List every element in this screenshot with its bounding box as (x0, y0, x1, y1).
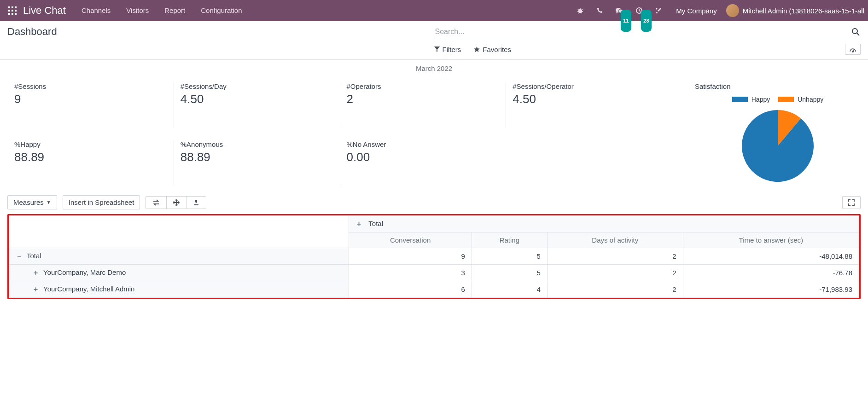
pivot-row-header[interactable]: ＋YourCompany, Mitchell Admin (9, 281, 349, 298)
menu-visitors[interactable]: Visitors (119, 0, 156, 21)
svg-point-13 (852, 29, 857, 34)
page-title: Dashboard (7, 26, 434, 38)
tools-icon[interactable] (650, 7, 667, 14)
measures-label: Measures (13, 198, 44, 206)
pivot-col-group[interactable]: ＋ Total (349, 216, 859, 232)
search-icon[interactable] (848, 28, 860, 36)
caret-down-icon: ▼ (47, 200, 51, 205)
card-value: 88.89 (181, 150, 330, 164)
dashboard-view-button[interactable] (845, 44, 861, 55)
svg-rect-0 (8, 6, 10, 8)
plus-icon: ＋ (355, 220, 362, 228)
pivot-cell: 2 (547, 248, 683, 265)
company-selector[interactable]: My Company (670, 7, 723, 15)
metric-cards: #Sessions 9 #Sessions/Day 4.50 #Operator… (7, 82, 687, 185)
favorites-label: Favorites (483, 46, 511, 53)
card-label: %No Answer (347, 140, 496, 148)
card-value: 4.50 (513, 92, 662, 106)
minus-icon: － (16, 252, 22, 261)
chart-legend: Happy Unhappy (695, 96, 861, 103)
plus-icon: ＋ (32, 285, 39, 294)
pivot-col-group-label: Total (368, 220, 383, 227)
menu-configuration[interactable]: Configuration (193, 0, 249, 21)
flip-axis-button[interactable] (146, 196, 167, 209)
fullscreen-button[interactable] (842, 196, 861, 209)
menu-channels[interactable]: Channels (74, 0, 118, 21)
card-pct-anonymous: %Anonymous 88.89 (174, 140, 336, 186)
pivot-toolbar: Measures ▼ Insert in Spreadsheet (0, 189, 868, 214)
main-menu: Channels Visitors Report Configuration (74, 0, 250, 21)
activities-icon[interactable]: 28 (631, 7, 647, 14)
app-brand[interactable]: Live Chat (21, 5, 74, 17)
card-value: 9 (14, 92, 163, 106)
card-value: 0.00 (347, 150, 496, 164)
card-pct-no-answer: %No Answer 0.00 (340, 140, 502, 186)
measures-button[interactable]: Measures ▼ (7, 195, 57, 209)
card-sessions: #Sessions 9 (7, 82, 170, 128)
satisfaction-title: Satisfaction (695, 82, 861, 90)
card-sessions-per-day: #Sessions/Day 4.50 (174, 82, 336, 128)
star-icon (474, 46, 480, 52)
legend-swatch (778, 97, 794, 102)
phone-icon[interactable] (591, 7, 608, 14)
card-value: 2 (347, 92, 496, 106)
filter-icon (434, 46, 440, 52)
pivot-table: ＋ Total Conversation Rating Days of acti… (9, 215, 859, 298)
legend-label: Unhappy (798, 96, 823, 103)
svg-rect-2 (15, 6, 17, 8)
filters-button[interactable]: Filters (434, 46, 461, 53)
card-label: #Sessions/Operator (513, 82, 662, 90)
card-value: 4.50 (181, 92, 330, 106)
legend-item-unhappy[interactable]: Unhappy (778, 96, 823, 103)
user-menu[interactable]: Mitchell Admin (13818026-saas-15-1-all (726, 4, 864, 17)
pivot-corner (9, 216, 349, 248)
card-operators: #Operators 2 (340, 82, 502, 128)
pivot-cell: -48,014.88 (683, 248, 859, 265)
satisfaction-panel: Satisfaction Happy Unhappy (690, 82, 861, 185)
metrics: #Sessions 9 #Sessions/Day 4.50 #Operator… (0, 74, 868, 189)
pivot-col-header[interactable]: Rating (472, 232, 547, 248)
satisfaction-pie-chart (739, 107, 817, 185)
expand-all-button[interactable] (166, 196, 186, 209)
svg-rect-6 (8, 13, 10, 15)
download-button[interactable] (186, 196, 206, 209)
messages-icon[interactable]: 11 (611, 7, 628, 14)
legend-label: Happy (751, 96, 770, 103)
apps-icon[interactable] (4, 6, 21, 15)
pivot-cell: 9 (349, 248, 472, 265)
pivot-cell: 3 (349, 265, 472, 281)
card-label: #Operators (347, 82, 496, 90)
svg-rect-5 (15, 10, 17, 12)
avatar (726, 4, 739, 17)
card-sessions-per-operator: #Sessions/Operator 4.50 (506, 82, 668, 128)
messages-badge: 11 (621, 10, 631, 32)
pivot-table-container: ＋ Total Conversation Rating Days of acti… (7, 214, 861, 299)
svg-rect-1 (12, 6, 13, 8)
filters-label: Filters (443, 46, 461, 53)
pivot-col-header[interactable]: Conversation (349, 232, 472, 248)
control-panel: Dashboard Filters Favorites (0, 21, 868, 60)
card-label: #Sessions (14, 82, 163, 90)
plus-icon: ＋ (32, 268, 39, 277)
insert-spreadsheet-button[interactable]: Insert in Spreadsheet (63, 195, 140, 209)
favorites-button[interactable]: Favorites (474, 46, 511, 53)
pivot-actions (146, 196, 206, 209)
svg-rect-8 (15, 13, 17, 15)
pivot-col-header[interactable]: Days of activity (547, 232, 683, 248)
navbar: Live Chat Channels Visitors Report Confi… (0, 0, 868, 21)
menu-report[interactable]: Report (157, 0, 192, 21)
systray: 11 28 My Company Mitchell Admin (1381802… (572, 4, 864, 17)
pivot-col-header[interactable]: Time to answer (sec) (683, 232, 859, 248)
card-value: 88.89 (14, 150, 163, 164)
legend-item-happy[interactable]: Happy (732, 96, 770, 103)
pivot-cell: 4 (472, 281, 547, 298)
pivot-cell: 5 (472, 265, 547, 281)
pivot-row-header[interactable]: －Total (9, 248, 349, 265)
pivot-row-header[interactable]: ＋YourCompany, Marc Demo (9, 265, 349, 281)
legend-swatch (732, 97, 748, 102)
user-name: Mitchell Admin (13818026-saas-15-1-all (743, 7, 864, 15)
table-row: ＋YourCompany, Marc Demo352-76.78 (9, 265, 859, 281)
pie-slice-happy[interactable] (742, 110, 814, 182)
pivot-cell: 2 (547, 265, 683, 281)
bug-icon[interactable] (572, 7, 588, 14)
